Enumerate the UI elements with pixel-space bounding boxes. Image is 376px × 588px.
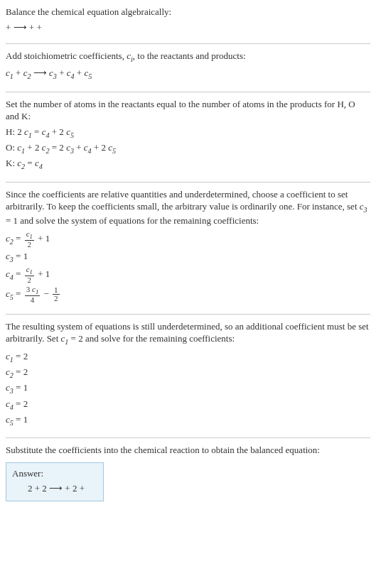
divider [6, 182, 370, 183]
v: = 2 [14, 398, 28, 409]
mid: + [74, 142, 84, 153]
v: = 2 [14, 366, 28, 377]
v: = 1 [14, 382, 28, 393]
sec4-tail: = 2 and solve for the remaining coeffici… [68, 333, 235, 344]
sec1-text-a: Add stoichiometric coefficients, [6, 50, 127, 61]
frac-c1-2: c12 [25, 230, 34, 249]
eq: = [14, 288, 23, 299]
c5-s: 5 [88, 72, 92, 80]
eq: = 2 [50, 142, 67, 153]
plus1: + [14, 67, 23, 78]
den: 2 [53, 294, 60, 303]
sec1-eq: c1 + c2 ⟶ c3 + c4 + c5 [6, 67, 370, 81]
s: 1 [30, 233, 33, 240]
O-label: O: [6, 142, 17, 153]
sec3-para: Since the coefficients are relative quan… [6, 188, 370, 227]
eq-c3: c3 = 1 [6, 250, 370, 264]
sec1-text-b: , to the reactants and products: [133, 50, 246, 61]
den: 2 [25, 240, 34, 249]
frac-c1-2b: c12 [25, 266, 34, 284]
num: 1 [53, 286, 60, 294]
v: = 1 [14, 414, 28, 425]
divider [6, 43, 370, 44]
s: 1 [36, 288, 38, 295]
minus: − [41, 288, 51, 299]
plus3: + [75, 67, 85, 78]
sec3-tail: = 1 and solve the system of equations fo… [6, 215, 259, 226]
s: 5 [112, 147, 116, 155]
divider [6, 92, 370, 92]
mid: + 2 [50, 126, 67, 137]
eq: = [25, 158, 35, 168]
eq: = [32, 126, 42, 137]
H-label: H: [6, 126, 17, 137]
eq-c4: c4 = c12 + 1 [6, 266, 370, 284]
tail: = 1 [14, 251, 28, 261]
sec3-text: Since the coefficients are relative quan… [6, 189, 360, 212]
num3: 3 [26, 285, 32, 293]
tail: + 1 [36, 233, 50, 244]
eq-H: H: 2 c1 = c4 + 2 c5 [6, 126, 370, 140]
eq-c3f: c3 = 1 [6, 381, 370, 396]
den: 2 [25, 276, 34, 284]
plus2: + [57, 67, 67, 78]
answer-eq: 2 + 2 ⟶ + 2 + [12, 479, 85, 496]
sec4-para: The resulting system of equations is sti… [6, 320, 370, 347]
eq-O: O: c1 + 2 c2 = 2 c3 + c4 + 2 c5 [6, 141, 370, 156]
eq-c2: c2 = c12 + 1 [6, 230, 370, 249]
eq-c1f: c1 = 2 [6, 350, 370, 364]
intro-line1: Balance the chemical equation algebraica… [6, 6, 370, 18]
arrow: ⟶ [31, 67, 50, 78]
sec1-line1: Add stoichiometric coefficients, ci, to … [6, 50, 370, 64]
den: 4 [25, 295, 41, 304]
mid: + 2 [92, 142, 109, 153]
s: 4 [39, 163, 43, 170]
eq: = [14, 233, 23, 244]
s: 3 [364, 206, 367, 214]
H-lhs: 2 [17, 126, 24, 137]
frac-1-2: 12 [53, 286, 60, 303]
answer-box: Answer: 2 + 2 ⟶ + 2 + [6, 462, 104, 501]
intro-eq: + ⟶ + + [6, 21, 370, 34]
eq: = [14, 268, 23, 279]
eq-c5: c5 = 3 c14 − 12 [6, 285, 370, 304]
answer-label: Answer: [12, 467, 85, 480]
K-label: K: [6, 158, 17, 168]
divider [6, 314, 370, 315]
mid: + 2 [25, 142, 42, 153]
sec5-para: Substitute the coefficients into the che… [6, 444, 370, 457]
eq-c2f: c2 = 2 [6, 366, 370, 380]
s: 5 [70, 131, 74, 138]
s: 1 [30, 268, 33, 276]
divider [6, 437, 370, 438]
eq-c5f: c5 = 1 [6, 413, 370, 428]
eq-c4f: c4 = 2 [6, 398, 370, 412]
sec2-line1: Set the number of atoms in the reactants… [6, 98, 370, 123]
eq-K: K: c2 = c4 [6, 157, 370, 171]
tail: + 1 [36, 268, 50, 279]
frac-3c1-4: 3 c14 [25, 285, 41, 304]
v: = 2 [14, 351, 28, 361]
